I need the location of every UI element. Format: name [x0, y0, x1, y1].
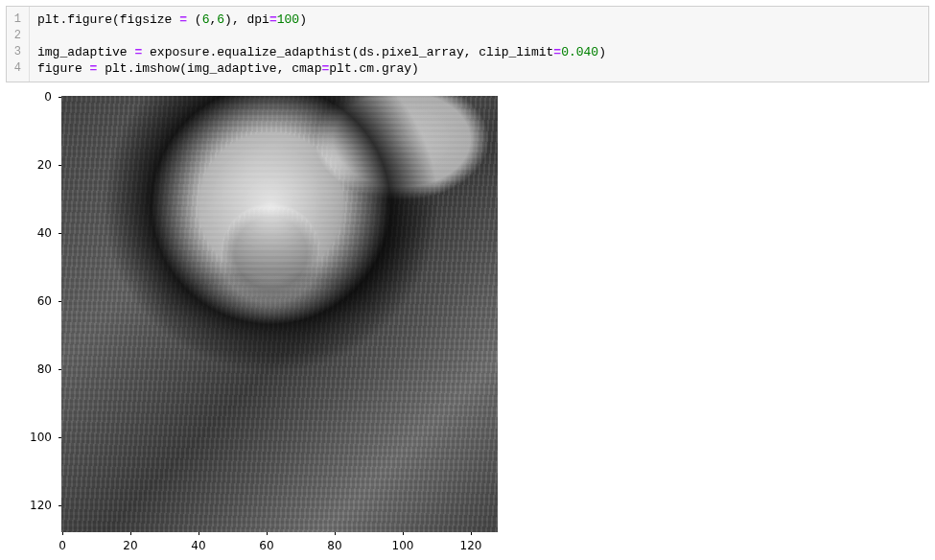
y-tick-label: 0 [44, 90, 52, 104]
plot-image [61, 96, 498, 532]
y-tick-mark [58, 505, 61, 506]
code-token: plt [37, 12, 59, 27]
x-tick-label: 80 [327, 539, 341, 552]
y-tick-mark [58, 437, 61, 438]
code-token: = [179, 12, 187, 27]
x-tick-mark [335, 532, 336, 535]
y-tick-mark [58, 233, 61, 234]
x-tick-label: 0 [58, 539, 66, 552]
code-body[interactable]: plt.figure(figsize = (6,6), dpi=100) img… [30, 7, 928, 82]
y-tick-label: 120 [30, 499, 52, 512]
code-token: ) [598, 45, 606, 59]
code-token: img_adaptive [37, 45, 134, 59]
code-token: 100 [277, 12, 299, 27]
x-tick-mark [62, 532, 63, 535]
y-tick-mark [58, 165, 61, 166]
code-token: = [269, 12, 277, 27]
code-token: = [553, 45, 561, 59]
x-axis-ticks: 0 20 40 60 80 100 120 [61, 535, 498, 554]
x-tick-label: 120 [460, 539, 482, 552]
code-token: plt.cm.gray) [329, 61, 419, 76]
code-token: .figure(figsize [59, 12, 179, 27]
y-tick-mark [58, 369, 61, 370]
code-token: plt.imshow(img_adaptive, cmap [97, 61, 321, 76]
y-tick-label: 60 [37, 294, 52, 308]
x-tick-mark [199, 532, 199, 535]
line-number: 1 [12, 12, 21, 28]
matplotlib-figure: 0 20 40 60 80 100 120 0 20 40 60 80 100 … [12, 90, 510, 560]
code-cell: 1 2 3 4 plt.figure(figsize = (6,6), dpi=… [6, 6, 929, 82]
x-tick-label: 40 [191, 539, 205, 552]
line-number: 2 [12, 28, 21, 44]
code-token: ( [187, 12, 202, 27]
x-tick-label: 60 [259, 539, 273, 552]
code-token: 0.040 [561, 45, 598, 59]
line-number-gutter: 1 2 3 4 [7, 7, 30, 82]
y-tick-label: 40 [37, 226, 52, 240]
y-axis-ticks: 0 20 40 60 80 100 120 [12, 96, 58, 532]
line-number: 4 [12, 60, 21, 77]
x-tick-mark [267, 532, 268, 535]
code-token: ) [299, 12, 307, 27]
line-number: 3 [12, 44, 21, 60]
x-tick-label: 100 [392, 539, 414, 552]
output-area: 0 20 40 60 80 100 120 0 20 40 60 80 100 … [12, 90, 929, 560]
y-tick-mark [58, 301, 61, 302]
code-token: exposure.equalize_adapthist(ds.pixel_arr… [142, 45, 553, 59]
code-token: 6 [217, 12, 224, 27]
y-tick-label: 20 [37, 158, 52, 172]
code-token: figure [37, 61, 90, 76]
y-tick-label: 80 [37, 362, 52, 376]
y-tick-mark [58, 97, 61, 98]
x-tick-mark [130, 532, 131, 535]
x-tick-label: 20 [123, 539, 137, 552]
y-tick-label: 100 [30, 431, 52, 444]
code-token: ), dpi [224, 12, 269, 27]
x-tick-mark [403, 532, 404, 535]
x-tick-mark [471, 532, 472, 535]
